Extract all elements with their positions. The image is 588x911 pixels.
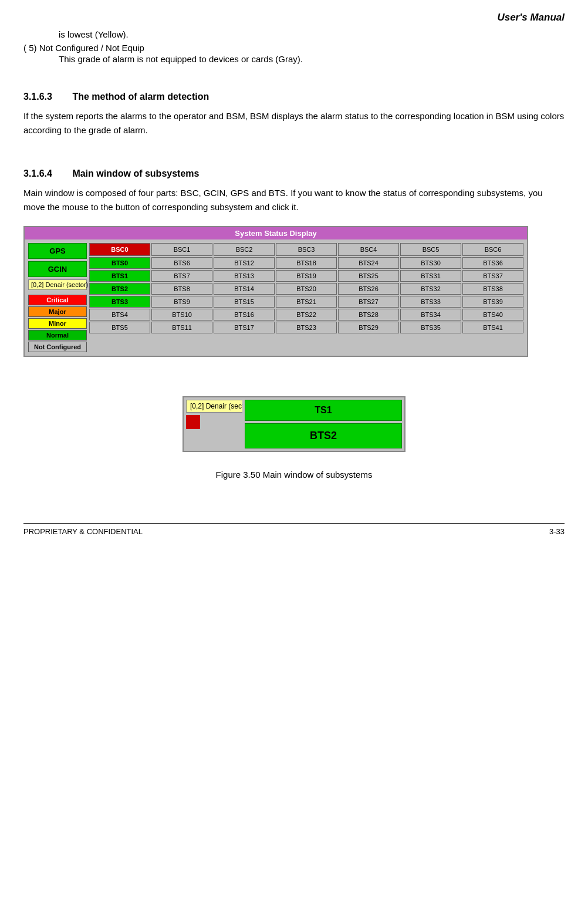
bts30-cell[interactable]: BTS30 (400, 257, 461, 269)
bts0-cell[interactable]: BTS0 (89, 257, 150, 269)
bts26-cell[interactable]: BTS26 (338, 283, 399, 295)
bts31-cell[interactable]: BTS31 (400, 270, 461, 282)
bts35-cell[interactable]: BTS35 (400, 322, 461, 333)
bts34-cell[interactable]: BTS34 (400, 309, 461, 320)
bsc3-cell[interactable]: BSC3 (276, 243, 337, 256)
legend-not-configured: Not Configured (28, 342, 87, 352)
zoom-red-square (186, 415, 200, 429)
bts36-cell[interactable]: BTS36 (462, 257, 523, 269)
intro-line1: is lowest (Yellow). (59, 29, 565, 39)
bts-container: BTS0 BTS6 BTS12 BTS18 BTS24 BTS30 BTS36 … (89, 257, 523, 333)
section-316-para: If the system reports the alarms to the … (23, 109, 565, 137)
legend-panel: Critical Major Minor Normal Not Configur… (28, 295, 87, 352)
bts16-cell[interactable]: BTS16 (214, 309, 275, 320)
footer-right: 3-33 (549, 527, 565, 536)
bts28-cell[interactable]: BTS28 (338, 309, 399, 320)
bts4-cell[interactable]: BTS4 (89, 309, 150, 320)
bsc5-cell[interactable]: BSC5 (400, 243, 461, 256)
bts14-cell[interactable]: BTS14 (214, 283, 275, 295)
bts1-cell[interactable]: BTS1 (89, 270, 150, 282)
bts11-cell[interactable]: BTS11 (151, 322, 212, 333)
bts21-cell[interactable]: BTS21 (276, 296, 337, 308)
zoom-left: [0,2] Denair (sector) (184, 397, 242, 451)
zoom-ts1[interactable]: TS1 (245, 400, 402, 421)
bts38-cell[interactable]: BTS38 (462, 283, 523, 295)
bts2-cell[interactable]: BTS2 (89, 283, 150, 295)
bts20-cell[interactable]: BTS20 (276, 283, 337, 295)
bts40-cell[interactable]: BTS40 (462, 309, 523, 320)
bsc1-cell[interactable]: BSC1 (151, 243, 212, 256)
bts10-cell[interactable]: BTS10 (151, 309, 212, 320)
figure-caption: Figure 3.50 Main window of subsystems (23, 470, 565, 480)
window-titlebar: System Status Display (25, 227, 527, 239)
bts18-cell[interactable]: BTS18 (276, 257, 337, 269)
item5-title: ( 5) Not Configured / Not Equip (23, 43, 565, 53)
bts3-cell[interactable]: BTS3 (89, 296, 150, 308)
bts24-cell[interactable]: BTS24 (338, 257, 399, 269)
zoom-window: [0,2] Denair (sector) TS1 BTS2 (183, 396, 405, 452)
header-title: User's Manual (497, 12, 565, 23)
bsc-row: BSC0 BSC1 BSC2 BSC3 BSC4 BSC5 BSC6 (89, 243, 523, 256)
zoom-inner: [0,2] Denair (sector) TS1 BTS2 (184, 397, 404, 451)
bts12-cell[interactable]: BTS12 (214, 257, 275, 269)
footer-inner: PROPRIETARY & CONFIDENTIAL 3-33 (23, 527, 565, 536)
bsc6-cell[interactable]: BSC6 (462, 243, 523, 256)
bts7-cell[interactable]: BTS7 (151, 270, 212, 282)
bts39-cell[interactable]: BTS39 (462, 296, 523, 308)
window-body: GPS GCIN [0,2] Denair (sector) Critical … (25, 239, 527, 356)
bts32-cell[interactable]: BTS32 (400, 283, 461, 295)
tooltip-box: [0,2] Denair (sector) (28, 279, 87, 290)
bts25-cell[interactable]: BTS25 (338, 270, 399, 282)
bts15-cell[interactable]: BTS15 (214, 296, 275, 308)
footer-left: PROPRIETARY & CONFIDENTIAL (23, 527, 143, 536)
gps-button[interactable]: GPS (28, 243, 87, 259)
gcin-button[interactable]: GCIN (28, 261, 87, 277)
bsc4-cell[interactable]: BSC4 (338, 243, 399, 256)
grid-area: BSC0 BSC1 BSC2 BSC3 BSC4 BSC5 BSC6 BTS0 … (89, 243, 523, 352)
bts27-cell[interactable]: BTS27 (338, 296, 399, 308)
bts6-cell[interactable]: BTS6 (151, 257, 212, 269)
bts5-cell[interactable]: BTS5 (89, 322, 150, 333)
zoom-bts2[interactable]: BTS2 (245, 423, 402, 448)
section-3164-heading: 3.1.6.4 Main window of subsystems (23, 168, 565, 179)
left-panel: GPS GCIN [0,2] Denair (sector) Critical … (28, 243, 87, 352)
item5-section: ( 5) Not Configured / Not Equip This gra… (23, 43, 565, 64)
bts19-cell[interactable]: BTS19 (276, 270, 337, 282)
zoom-right: TS1 BTS2 (242, 397, 404, 451)
bts41-cell[interactable]: BTS41 (462, 322, 523, 333)
bts37-cell[interactable]: BTS37 (462, 270, 523, 282)
footer: PROPRIETARY & CONFIDENTIAL 3-33 (23, 523, 565, 536)
legend-critical: Critical (28, 295, 87, 305)
legend-major: Major (28, 306, 87, 317)
page-header: User's Manual (23, 12, 565, 23)
legend-normal: Normal (28, 330, 87, 340)
bsc0-cell[interactable]: BSC0 (89, 243, 150, 256)
bts29-cell[interactable]: BTS29 (338, 322, 399, 333)
bts13-cell[interactable]: BTS13 (214, 270, 275, 282)
bts33-cell[interactable]: BTS33 (400, 296, 461, 308)
legend-minor: Minor (28, 318, 87, 329)
bts9-cell[interactable]: BTS9 (151, 296, 212, 308)
bsc2-cell[interactable]: BSC2 (214, 243, 275, 256)
bts22-cell[interactable]: BTS22 (276, 309, 337, 320)
system-window: System Status Display GPS GCIN [0,2] Den… (23, 226, 528, 357)
item5-desc: This grade of alarm is not equipped to d… (59, 54, 565, 64)
section-316-heading: 3.1.6.3 The method of alarm detection (23, 92, 565, 102)
bts23-cell[interactable]: BTS23 (276, 322, 337, 333)
bts17-cell[interactable]: BTS17 (214, 322, 275, 333)
section-3164-para: Main window is composed of four parts: B… (23, 186, 565, 214)
bts8-cell[interactable]: BTS8 (151, 283, 212, 295)
